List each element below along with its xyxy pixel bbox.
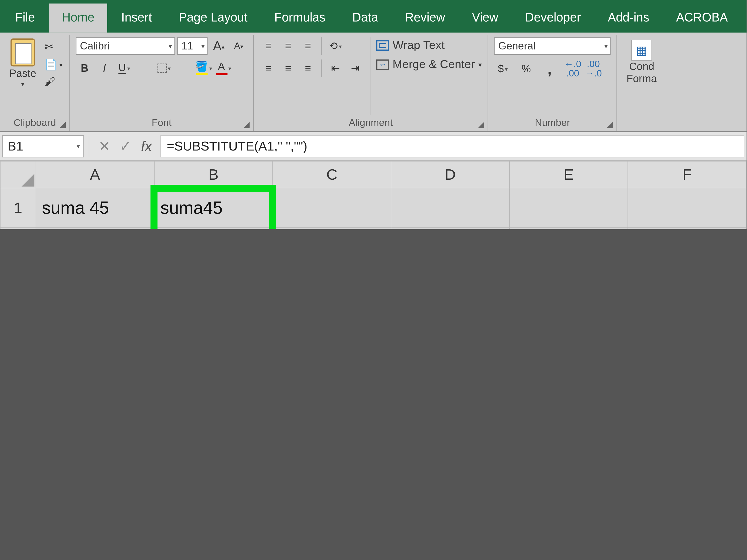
cell-A2[interactable]: suma 46 <box>36 228 154 229</box>
cell-A1[interactable]: suma 45 <box>36 188 154 228</box>
wrap-text-icon <box>376 40 389 50</box>
merge-icon <box>376 59 389 70</box>
font-name-combo[interactable]: Calibri▾ <box>76 37 175 55</box>
copy-button[interactable]: ▾ <box>43 57 63 72</box>
formula-bar: B1▾ ✕ ✓ fx =SUBSTITUTE(A1," ","") <box>0 132 747 161</box>
italic-button[interactable]: I <box>96 59 113 77</box>
column-header-A[interactable]: A <box>36 161 154 188</box>
tab-insert[interactable]: Insert <box>108 4 165 33</box>
align-middle-button[interactable]: ≡ <box>279 37 297 55</box>
cell-C2[interactable] <box>273 228 391 229</box>
group-font: Calibri▾ 11▾ A▴ A▾ B I U▾ ▾ <box>70 35 254 131</box>
ribbon-tabstrip: File Home Insert Page Layout Formulas Da… <box>0 0 747 33</box>
group-label-clipboard: Clipboard ◢ <box>6 115 63 130</box>
clipboard-launcher-icon[interactable]: ◢ <box>59 119 66 129</box>
cell-E2[interactable] <box>509 228 628 229</box>
name-box[interactable]: B1▾ <box>2 135 84 157</box>
ribbon: Paste ▾ ▾ Clipboard ◢ Ca <box>0 33 747 132</box>
decrease-decimal-button[interactable]: .00→.0 <box>585 59 602 78</box>
comma-format-button[interactable]: , <box>541 60 558 77</box>
column-header-E[interactable]: E <box>509 161 628 188</box>
group-clipboard: Paste ▾ ▾ Clipboard ◢ <box>0 35 70 131</box>
font-size-combo[interactable]: 11▾ <box>177 37 208 55</box>
tab-file[interactable]: File <box>2 4 48 33</box>
decrease-indent-button[interactable]: ⇤ <box>327 59 344 77</box>
group-label-alignment: Alignment ◢ <box>260 115 482 130</box>
cell-B2[interactable]: suma46 <box>154 228 273 229</box>
borders-button[interactable]: ▾ <box>155 59 173 77</box>
select-all-corner[interactable] <box>0 161 36 188</box>
tab-formulas[interactable]: Formulas <box>261 4 338 33</box>
group-number: General▾ $▾ % , ←.0.00 .00→.0 Number ◢ <box>488 35 617 131</box>
tab-acrobat[interactable]: ACROBA <box>663 4 741 33</box>
paste-label: Paste <box>9 68 36 80</box>
cell-F2[interactable] <box>628 228 746 229</box>
row-header-1[interactable]: 1 <box>0 188 36 228</box>
format-painter-button[interactable] <box>43 75 63 89</box>
cancel-formula-button[interactable]: ✕ <box>94 138 115 154</box>
number-launcher-icon[interactable]: ◢ <box>607 119 613 129</box>
align-bottom-button[interactable]: ≡ <box>299 37 317 55</box>
insert-function-button[interactable]: fx <box>136 138 157 154</box>
bold-button[interactable]: B <box>76 59 93 77</box>
shrink-font-button[interactable]: A▾ <box>230 37 247 55</box>
cut-button[interactable] <box>43 38 63 55</box>
paste-button[interactable]: Paste ▾ <box>6 37 40 89</box>
column-header-C[interactable]: C <box>273 161 391 188</box>
cell-B1[interactable]: suma45 <box>154 188 273 228</box>
accounting-format-button[interactable]: $▾ <box>494 60 512 77</box>
align-left-button[interactable]: ≡ <box>260 59 277 77</box>
cell-D2[interactable] <box>391 228 509 229</box>
formula-input[interactable]: =SUBSTITUTE(A1," ","") <box>160 135 744 157</box>
group-styles-partial: ▦ Cond Forma <box>617 35 666 131</box>
tab-developer[interactable]: Developer <box>512 4 594 33</box>
clipboard-icon <box>10 38 35 66</box>
underline-button[interactable]: U▾ <box>115 59 133 77</box>
tab-review[interactable]: Review <box>392 4 458 33</box>
alignment-launcher-icon[interactable]: ◢ <box>478 119 484 129</box>
align-top-button[interactable]: ≡ <box>260 37 277 55</box>
orientation-button[interactable]: ⟲▾ <box>327 37 344 55</box>
font-launcher-icon[interactable]: ◢ <box>243 119 250 129</box>
tab-view[interactable]: View <box>459 4 511 33</box>
tab-addins[interactable]: Add-ins <box>595 4 662 33</box>
worksheet-grid[interactable]: ABCDEF 1suma 45suma452suma 46suma463suma… <box>0 161 747 229</box>
cell-C1[interactable] <box>273 188 391 228</box>
wrap-text-button[interactable]: Wrap Text <box>376 38 482 52</box>
font-color-button[interactable]: A▾ <box>215 59 232 77</box>
conditional-formatting-button[interactable]: ▦ Cond Forma <box>623 37 660 85</box>
cell-E1[interactable] <box>509 188 628 228</box>
column-header-B[interactable]: B <box>154 161 273 188</box>
tab-data[interactable]: Data <box>339 4 391 33</box>
increase-indent-button[interactable]: ⇥ <box>346 59 364 77</box>
enter-formula-button[interactable]: ✓ <box>115 138 136 154</box>
cell-F1[interactable] <box>628 188 746 228</box>
tab-page-layout[interactable]: Page Layout <box>166 4 260 33</box>
excel-window: File Home Insert Page Layout Formulas Da… <box>0 0 747 229</box>
tab-home[interactable]: Home <box>49 4 107 33</box>
row-header-2[interactable]: 2 <box>0 228 36 229</box>
column-header-D[interactable]: D <box>391 161 509 188</box>
group-label-number: Number ◢ <box>494 115 611 130</box>
merge-center-button[interactable]: Merge & Center ▾ <box>376 58 482 71</box>
cell-D1[interactable] <box>391 188 509 228</box>
align-right-button[interactable]: ≡ <box>299 59 317 77</box>
column-header-F[interactable]: F <box>628 161 746 188</box>
align-center-button[interactable]: ≡ <box>279 59 297 77</box>
percent-format-button[interactable]: % <box>517 60 535 77</box>
conditional-formatting-icon: ▦ <box>631 39 652 61</box>
number-format-combo[interactable]: General▾ <box>494 37 611 55</box>
group-alignment: ≡ ≡ ≡ ⟲▾ ≡ ≡ ≡ ⇤ ⇥ <box>254 35 488 131</box>
increase-decimal-button[interactable]: ←.0.00 <box>564 59 581 78</box>
fill-color-button[interactable]: 🪣▾ <box>195 59 212 77</box>
group-label-font: Font ◢ <box>76 115 247 130</box>
grow-font-button[interactable]: A▴ <box>210 37 227 55</box>
